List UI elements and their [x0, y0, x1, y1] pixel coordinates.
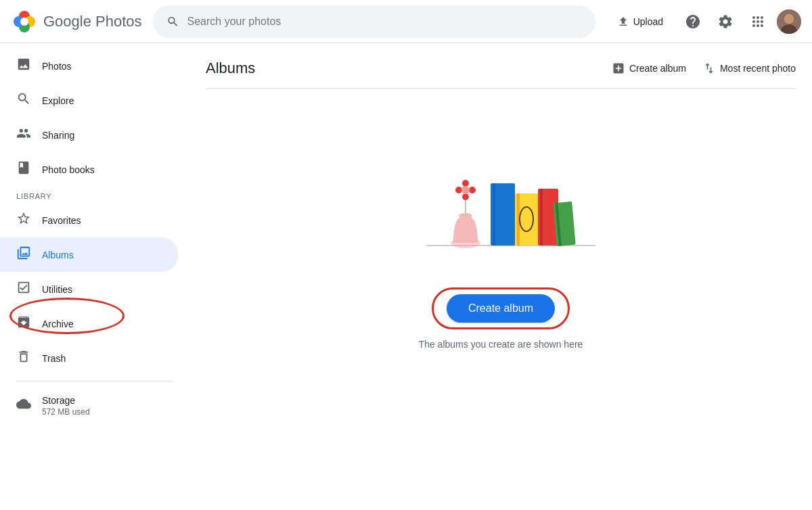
- app-header: Google Photos Upload: [0, 0, 812, 43]
- sidebar-albums-label: Albums: [42, 250, 74, 260]
- storage-text: Storage 572 MB used: [42, 395, 90, 417]
- storage-icon: [16, 396, 31, 415]
- svg-point-18: [461, 186, 470, 194]
- create-album-btn-wrapper: Create album: [447, 294, 555, 323]
- apps-button[interactable]: [744, 8, 771, 35]
- svg-point-17: [462, 193, 469, 200]
- storage-used: 572 MB used: [42, 407, 90, 417]
- sidebar: Photos Explore Sharing Photo books LIBRA…: [0, 43, 189, 510]
- sidebar-trash-label: Trash: [42, 353, 66, 364]
- sidebar-utilities-label: Utilities: [42, 284, 72, 295]
- archive-icon: [16, 315, 31, 333]
- svg-rect-20: [493, 183, 495, 246]
- sidebar-storage[interactable]: Storage 572 MB used: [0, 387, 189, 425]
- sidebar-item-albums[interactable]: Albums: [0, 237, 178, 272]
- create-album-button[interactable]: Create album: [447, 294, 555, 323]
- sidebar-item-trash[interactable]: Trash: [0, 341, 178, 375]
- sidebar-sharing-label: Sharing: [42, 130, 74, 141]
- main-content: Albums Create album Most recent photo: [189, 43, 812, 510]
- explore-icon: [16, 91, 31, 110]
- sidebar-archive-label: Archive: [42, 319, 74, 329]
- albums-icon: [16, 246, 31, 264]
- apps-icon: [750, 14, 766, 30]
- create-album-icon: [612, 62, 625, 75]
- page-header: Albums Create album Most recent photo: [206, 43, 796, 89]
- create-album-action-label: Create album: [629, 63, 686, 74]
- storage-label: Storage: [42, 395, 90, 406]
- most-recent-action[interactable]: Most recent photo: [702, 62, 796, 75]
- upload-label: Upload: [633, 16, 663, 27]
- settings-button[interactable]: [712, 8, 739, 35]
- sidebar-favorites-label: Favorites: [42, 215, 81, 226]
- sidebar-item-utilities[interactable]: Utilities: [0, 272, 178, 306]
- page-actions: Create album Most recent photo: [612, 62, 796, 75]
- svg-point-4: [20, 18, 28, 26]
- google-photos-logo-icon: [11, 8, 38, 35]
- favorites-icon: [16, 211, 31, 229]
- library-section-label: LIBRARY: [0, 187, 189, 203]
- most-recent-label: Most recent photo: [720, 63, 796, 74]
- app-body: Photos Explore Sharing Photo books LIBRA…: [0, 43, 812, 510]
- search-input[interactable]: [187, 16, 582, 28]
- empty-state: Create album The albums you create are s…: [206, 89, 796, 390]
- search-bar[interactable]: [153, 5, 595, 38]
- logo-text: Google Photos: [43, 13, 142, 30]
- sidebar-divider: [16, 381, 173, 381]
- search-icon: [166, 15, 179, 28]
- create-album-action[interactable]: Create album: [612, 62, 686, 75]
- avatar-image: [777, 9, 801, 34]
- header-actions: Upload: [606, 8, 801, 35]
- sidebar-photos-label: Photos: [42, 61, 72, 72]
- sidebar-item-explore[interactable]: Explore: [0, 83, 178, 118]
- photos-icon: [16, 57, 31, 75]
- help-icon: [685, 14, 701, 30]
- avatar[interactable]: [777, 9, 801, 34]
- svg-point-8: [785, 15, 793, 23]
- upload-button[interactable]: Upload: [606, 10, 674, 33]
- trash-icon: [16, 349, 31, 367]
- utilities-icon: [16, 280, 31, 298]
- sharing-icon: [16, 126, 31, 144]
- upload-icon: [617, 16, 629, 28]
- sidebar-item-photos[interactable]: Photos: [0, 49, 178, 83]
- settings-icon: [717, 14, 734, 30]
- empty-state-description: The albums you create are shown here: [419, 339, 583, 350]
- svg-point-15: [469, 187, 476, 193]
- photo-books-icon: [16, 160, 31, 179]
- help-button[interactable]: [679, 8, 706, 35]
- logo[interactable]: Google Photos: [11, 8, 142, 35]
- svg-point-14: [455, 187, 462, 193]
- svg-rect-25: [540, 189, 543, 246]
- sort-icon: [702, 62, 716, 75]
- page-title: Albums: [206, 60, 255, 77]
- sidebar-photo-books-label: Photo books: [42, 164, 95, 175]
- svg-point-16: [462, 180, 469, 187]
- sidebar-item-sharing[interactable]: Sharing: [0, 118, 178, 152]
- sidebar-explore-label: Explore: [42, 95, 74, 106]
- empty-illustration: [386, 116, 616, 278]
- sidebar-item-archive[interactable]: Archive: [0, 306, 178, 341]
- sidebar-item-favorites[interactable]: Favorites: [0, 203, 178, 237]
- sidebar-item-photo-books[interactable]: Photo books: [0, 152, 178, 187]
